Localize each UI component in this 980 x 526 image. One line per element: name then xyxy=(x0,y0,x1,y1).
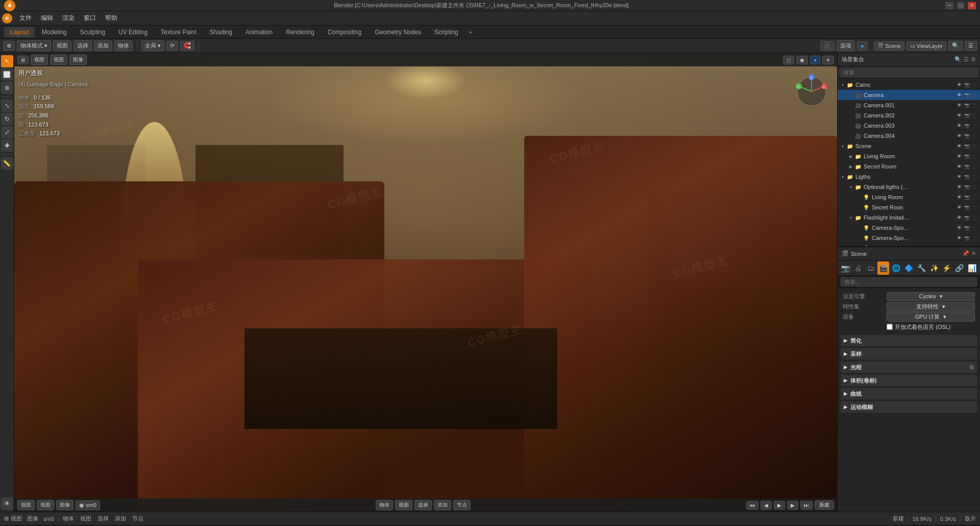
vp-select-btn[interactable]: 选择 xyxy=(414,500,432,510)
sampling-header[interactable]: ▶ 采样 xyxy=(841,348,977,360)
outliner-item-camera003[interactable]: ▶ 🎥 Camera.003 👁 📷 ⬚ xyxy=(838,121,980,131)
measure-tool[interactable]: 📏 xyxy=(1,157,13,170)
add-workspace-button[interactable]: + xyxy=(465,27,476,37)
viewport-area[interactable]: CG模型主 CG模型主 CG模型主 CG模型主 CG模型主 CG模型主 ⊞ 视图… xyxy=(14,53,837,512)
outliner-settings-icon[interactable]: ⚙ xyxy=(971,56,976,63)
scene-selector[interactable]: 🎬 Scene xyxy=(874,41,904,51)
close-button[interactable]: ✕ xyxy=(968,2,976,9)
outliner-item-camera004[interactable]: ▶ 🎥 Camera.004 👁 📷 ⬚ xyxy=(838,131,980,141)
view-toggle[interactable]: 👁 xyxy=(1,497,13,510)
lr-render[interactable]: 📷 xyxy=(963,153,970,160)
tab-uv-editing[interactable]: UV Editing xyxy=(112,27,154,37)
lights-visible[interactable]: 👁 xyxy=(955,173,963,180)
scale-tool[interactable]: ⤢ xyxy=(1,126,13,138)
cam003-select[interactable]: ⬚ xyxy=(971,122,978,129)
cam001-render[interactable]: 📷 xyxy=(963,102,970,109)
fl-visible[interactable]: 👁 xyxy=(955,214,963,221)
cs3-select[interactable]: ⬚ xyxy=(971,245,978,246)
scene-cameras[interactable]: 🎥 xyxy=(820,41,835,51)
outliner-item-camera001[interactable]: ▶ 🎥 Camera.001 👁 📷 ⬚ xyxy=(838,100,980,110)
vp-image-btn[interactable]: 图像 xyxy=(56,500,74,510)
camera-render-icon[interactable]: 📷 xyxy=(963,91,970,99)
device-value[interactable]: GPU 计算 ▾ xyxy=(887,312,975,322)
properties-search-input[interactable] xyxy=(841,277,977,286)
wireframe-shading[interactable]: ◻ xyxy=(783,56,794,64)
move-tool[interactable]: ↖ xyxy=(1,55,13,67)
global-transform[interactable]: 全局 ▾ xyxy=(141,40,164,51)
prop-tab-constraints[interactable]: 🔗 xyxy=(953,261,965,275)
srl-visible[interactable]: 👁 xyxy=(955,204,963,211)
viewport-overlay-menu[interactable]: 视图 xyxy=(50,55,67,65)
camera-select-icon[interactable]: ⬚ xyxy=(971,91,978,99)
sm0-display[interactable]: ◉ sm0 xyxy=(76,500,100,510)
cursor-tool[interactable]: ⊕ xyxy=(3,41,15,51)
cs1-visible[interactable]: 👁 xyxy=(955,224,963,231)
maximize-button[interactable]: □ xyxy=(957,2,965,9)
prop-tab-world[interactable]: 🌐 xyxy=(890,261,902,275)
vp-add-btn[interactable]: 添加 xyxy=(434,500,451,510)
cam002-visible[interactable]: 👁 xyxy=(955,112,963,119)
tab-rendering[interactable]: Rendering xyxy=(280,27,320,37)
lr-select[interactable]: ⬚ xyxy=(971,153,978,160)
vp-node-btn[interactable]: 节点 xyxy=(453,500,471,510)
lrl-visible[interactable]: 👁 xyxy=(955,194,963,201)
play-pause-btn[interactable]: ▶ xyxy=(774,501,785,510)
sr-visible[interactable]: 👁 xyxy=(955,163,963,170)
srl-select[interactable]: ⬚ xyxy=(971,204,978,211)
transform-tool[interactable]: ✚ xyxy=(1,139,13,152)
mode-selector[interactable]: 物体模式 ▾ xyxy=(17,40,51,51)
tab-layout[interactable]: Layout xyxy=(4,27,35,37)
cs2-select[interactable]: ⬚ xyxy=(971,234,978,242)
select-box-tool[interactable]: ⬜ xyxy=(1,68,13,81)
fl-render[interactable]: 📷 xyxy=(963,214,970,221)
outliner-item-camspot3[interactable]: ▶ 💡 Camera-Spo… 👁 📷 ⬚ xyxy=(838,243,980,246)
menu-edit[interactable]: 编辑 xyxy=(37,13,57,23)
scene-select[interactable]: ⬚ xyxy=(971,142,978,150)
snap-toggle[interactable]: 🧲 xyxy=(180,41,194,51)
prop-tab-object[interactable]: 🔷 xyxy=(903,261,915,275)
cs1-render[interactable]: 📷 xyxy=(963,224,970,231)
cam004-visible[interactable]: 👁 xyxy=(955,132,963,139)
camera-visible-icon[interactable]: 👁 xyxy=(955,91,963,99)
filter-button[interactable]: ☰ xyxy=(965,41,977,51)
scene-visible[interactable]: 👁 xyxy=(955,142,963,150)
outliner-item-cams[interactable]: ▾ 📁 Cams 👁 📷 ⬚ xyxy=(838,80,980,90)
cam002-select[interactable]: ⬚ xyxy=(971,112,978,119)
cs1-select[interactable]: ⬚ xyxy=(971,224,978,231)
outliner-item-optional-lights[interactable]: ▾ 📁 Optional ligths (… 👁 📷 ⬚ xyxy=(838,182,980,192)
tab-shading[interactable]: Shading xyxy=(204,27,238,37)
outliner-search-input[interactable] xyxy=(840,68,978,77)
tab-scripting[interactable]: Scripting xyxy=(428,27,464,37)
lr-visible[interactable]: 👁 xyxy=(955,153,963,160)
viewlayer-selector[interactable]: 🗂 ViewLayer xyxy=(906,41,946,51)
prop-tab-modifier[interactable]: 🔧 xyxy=(916,261,927,275)
outliner-item-living-room[interactable]: ▶ 📁 Living Room 👁 📷 ⬚ xyxy=(838,151,980,161)
prop-tab-render[interactable]: 📷 xyxy=(840,261,851,275)
app-logo[interactable]: B xyxy=(2,13,12,23)
ol-render[interactable]: 📷 xyxy=(963,183,970,190)
menu-help[interactable]: 帮助 xyxy=(101,13,121,23)
menu-render[interactable]: 渲染 xyxy=(58,13,79,23)
minimize-button[interactable]: ─ xyxy=(945,2,953,9)
render-engine-value[interactable]: Cycles ▾ xyxy=(887,292,975,301)
vp-view2-btn[interactable]: 视图 xyxy=(37,500,54,510)
viewport-image-menu[interactable]: 图像 xyxy=(69,55,87,65)
scene-render[interactable]: 📷 xyxy=(963,142,970,150)
cs2-visible[interactable]: 👁 xyxy=(955,234,963,242)
prop-tab-scene[interactable]: 🎬 xyxy=(877,261,889,275)
cam002-render[interactable]: 📷 xyxy=(963,112,970,119)
outliner-item-flashlight[interactable]: ▾ 📁 Flashlight Imitati… 👁 📷 ⬚ xyxy=(838,212,980,223)
lights-select[interactable]: ⬚ xyxy=(971,173,978,180)
tab-modeling[interactable]: Modeling xyxy=(36,27,73,37)
navigation-gizmo[interactable]: X Y Z xyxy=(794,74,829,109)
prop-tab-physics[interactable]: ⚡ xyxy=(941,261,953,275)
lights-render[interactable]: 📷 xyxy=(963,173,970,180)
cam003-render[interactable]: 📷 xyxy=(963,122,970,129)
cam001-select[interactable]: ⬚ xyxy=(971,102,978,109)
outliner-item-lr-light[interactable]: ▶ 💡 Living Room 👁 📷 ⬚ xyxy=(838,192,980,202)
outliner-item-sr-light[interactable]: ▶ 💡 Secret Roon 👁 📷 ⬚ xyxy=(838,202,980,212)
play-button[interactable]: ⏮ xyxy=(746,501,758,510)
outliner-search-icon[interactable]: 🔍 xyxy=(954,56,962,63)
outliner-item-secret-room[interactable]: ▶ 📁 Secret Room 👁 📷 ⬚ xyxy=(838,161,980,172)
cs3-render[interactable]: 📷 xyxy=(963,245,970,246)
